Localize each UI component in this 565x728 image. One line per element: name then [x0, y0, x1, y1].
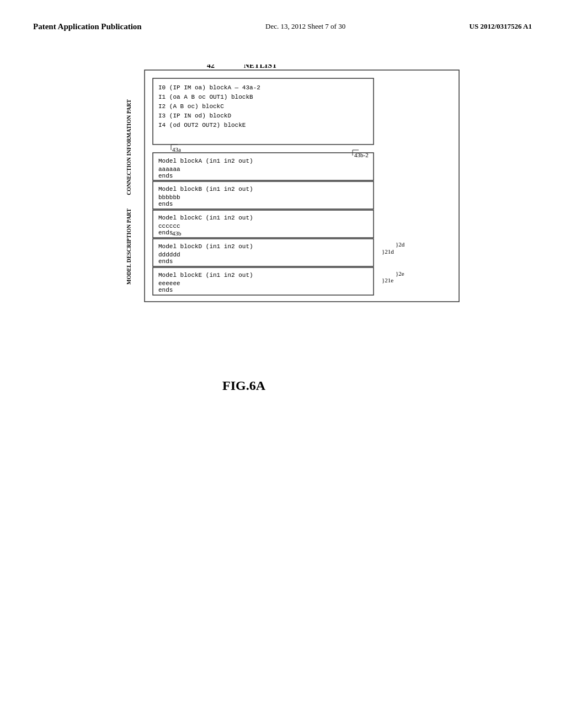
model-blockA-body: aaaaaa — [158, 166, 180, 173]
model-blockB-footer: ends — [158, 201, 173, 207]
ref-43b: 43b — [172, 230, 182, 237]
ref-21e: }21e — [382, 277, 393, 283]
ref-21d: }21d — [382, 248, 394, 255]
model-blockE-body: eeeeee — [158, 280, 180, 287]
model-blockC-body: cccccc — [158, 223, 180, 229]
netlist-label-text: NETLIST — [244, 65, 278, 69]
model-blockE-footer: ends — [158, 287, 173, 293]
ref-2d: }2d — [396, 241, 405, 248]
model-blockA-box — [153, 153, 374, 180]
model-blockD-header: Model blockD (in1 in2 out) — [158, 243, 253, 250]
model-blockE-header: Model blockE (in1 in2 out) — [158, 272, 253, 279]
connection-info-part-label: CONNECTION INFORMATION PART — [126, 99, 132, 195]
model-blockC-footer: ends — [158, 229, 173, 236]
figure-area: 42 NETLIST CONNECTION INFORMATION PART 4… — [89, 65, 476, 464]
publication-title: Patent Application Publication — [33, 22, 142, 31]
model-blockD-footer: ends — [158, 258, 173, 265]
page-header: Patent Application Publication Dec. 13, … — [33, 22, 532, 31]
model-blockD-body: dddddd — [158, 251, 180, 258]
model-blockA-header: Model blockA (in1 in2 out) — [158, 158, 253, 164]
netlist-label-number: 42 — [207, 65, 215, 69]
model-blockB-body: bbbbbb — [158, 194, 180, 201]
ref-43a: 43a — [172, 146, 181, 153]
page: Patent Application Publication Dec. 13, … — [0, 0, 565, 728]
publication-date-sheet: Dec. 13, 2012 Sheet 7 of 30 — [265, 22, 345, 31]
publication-number: US 2012/0317526 A1 — [470, 22, 532, 31]
conn-line-0: I0 (IP IM oa) blockA — 43a-2 — [158, 84, 260, 91]
figure-label: FIG.6A — [222, 378, 266, 393]
diagram-svg: 42 NETLIST CONNECTION INFORMATION PART 4… — [89, 65, 476, 462]
conn-line-2: I2 (A B oc) blockC — [158, 103, 224, 110]
conn-line-3: I3 (IP IN od) blockD — [158, 113, 231, 119]
model-blockB-header: Model blockB (in1 in2 out) — [158, 186, 253, 192]
model-blockC-header: Model blockC (in1 in2 out) — [158, 215, 253, 221]
model-blockA-footer: ends — [158, 173, 173, 179]
conn-line-4: I4 (od OUT2 OUT2) blockE — [158, 122, 246, 129]
ref-2e: }2e — [396, 270, 404, 277]
conn-line-1: I1 (oa A B oc OUT1) blockB — [158, 94, 253, 100]
model-desc-part-label: MODEL DESCRIPTION PART — [126, 208, 132, 285]
